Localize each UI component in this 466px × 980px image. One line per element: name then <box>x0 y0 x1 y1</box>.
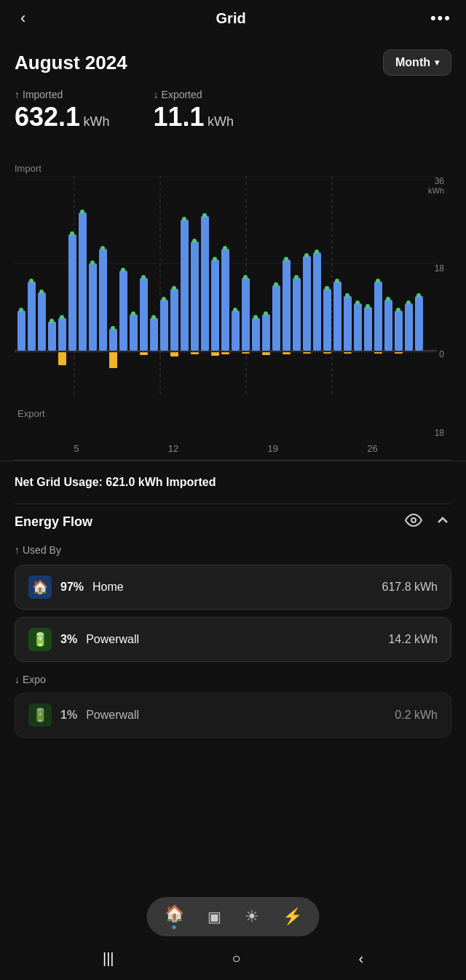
chart-export-label: Export <box>17 408 45 419</box>
visibility-toggle-button[interactable] <box>405 511 422 533</box>
svg-point-51 <box>233 308 237 312</box>
svg-point-75 <box>355 300 360 305</box>
exported-stat: ↓ Exported 11.1 kWh <box>154 89 234 132</box>
svg-point-53 <box>243 275 248 279</box>
y-label-18-export: 18 <box>435 428 444 438</box>
imported-label: Imported <box>23 89 63 100</box>
svg-point-9 <box>19 308 23 312</box>
svg-rect-78 <box>374 282 382 351</box>
nav-item-powerwall[interactable]: ▣ <box>208 908 221 925</box>
svg-point-21 <box>80 210 84 214</box>
powerwall-percent: 3% <box>60 633 77 646</box>
home-flow-card: 🏠 97% Home 617.8 kWh <box>15 565 451 610</box>
chart-import-label: Import <box>15 163 42 174</box>
svg-point-81 <box>386 297 390 301</box>
svg-point-29 <box>121 268 125 272</box>
svg-point-39 <box>172 286 176 290</box>
svg-rect-16 <box>58 318 66 351</box>
powerwall-export-card-left: 🔋 1% Powerwall <box>28 704 139 727</box>
svg-rect-52 <box>242 278 250 351</box>
svg-rect-90 <box>109 352 117 368</box>
bottom-nav: 🏠 ▣ ☀ ⚡ <box>147 897 320 936</box>
svg-rect-24 <box>99 249 107 351</box>
powerwall-export-value: 0.2 kWh <box>395 709 438 722</box>
svg-point-41 <box>182 217 186 221</box>
nav-item-grid[interactable]: ⚡ <box>283 907 302 926</box>
svg-rect-86 <box>415 296 423 351</box>
nav-item-solar[interactable]: ☀ <box>245 907 259 926</box>
powerwall-icon: 🔋 <box>28 628 52 651</box>
nav-item-home[interactable]: 🏠 <box>165 904 184 929</box>
svg-point-17 <box>60 315 64 319</box>
collapse-button[interactable] <box>434 511 451 533</box>
svg-rect-64 <box>303 256 311 351</box>
svg-rect-38 <box>170 289 178 351</box>
period-selector[interactable]: Month ▾ <box>383 49 451 76</box>
svg-point-45 <box>202 213 207 218</box>
svg-rect-76 <box>364 307 372 351</box>
svg-rect-70 <box>333 282 341 351</box>
svg-rect-36 <box>160 300 168 351</box>
energy-flow-section: Energy Flow ↑ Used By 🏠 97% Home 617.8 <box>0 504 466 738</box>
svg-rect-92 <box>170 352 178 356</box>
svg-point-65 <box>304 253 309 258</box>
page-title: Grid <box>216 10 246 27</box>
arrow-up-icon: ↑ <box>15 89 20 100</box>
powerwall-label: Powerwall <box>86 633 139 646</box>
svg-rect-91 <box>140 352 148 355</box>
svg-point-105 <box>411 518 416 522</box>
x-label-5: 5 <box>74 443 79 454</box>
svg-rect-30 <box>130 314 138 351</box>
y-label-18-top: 18 <box>435 263 444 274</box>
svg-rect-10 <box>28 282 36 351</box>
more-menu-button[interactable]: ••• <box>430 9 451 28</box>
svg-rect-98 <box>283 352 291 354</box>
export-text: Expo <box>23 674 46 685</box>
svg-point-85 <box>406 300 411 305</box>
svg-point-47 <box>213 257 217 261</box>
imported-value: 632.1 <box>15 102 80 132</box>
svg-rect-48 <box>221 249 229 351</box>
svg-point-71 <box>335 279 339 283</box>
svg-point-59 <box>274 282 278 287</box>
svg-rect-12 <box>38 292 46 351</box>
svg-point-33 <box>141 275 146 279</box>
back-button[interactable]: ‹ <box>15 6 31 31</box>
powerwall-export-label: Powerwall <box>86 709 139 722</box>
home-percent: 97% <box>60 581 84 594</box>
back-system-button[interactable]: ‹ <box>358 950 363 967</box>
powerwall-flow-card: 🔋 3% Powerwall 14.2 kWh <box>15 617 451 662</box>
svg-point-15 <box>50 319 54 323</box>
y-label-36: 36 <box>428 176 444 186</box>
exported-value: 11.1 <box>154 102 205 132</box>
grid-nav-icon: ⚡ <box>283 907 302 926</box>
svg-rect-50 <box>232 311 240 351</box>
x-label-12: 12 <box>168 443 178 454</box>
solar-nav-icon: ☀ <box>245 907 259 926</box>
svg-rect-84 <box>405 303 413 351</box>
svg-point-73 <box>345 293 350 298</box>
svg-point-77 <box>366 304 370 308</box>
svg-point-37 <box>162 297 166 301</box>
powerwall-export-card: 🔋 1% Powerwall 0.2 kWh <box>15 693 451 738</box>
net-grid-section: Net Grid Usage: 621.0 kWh Imported <box>0 461 466 503</box>
svg-rect-68 <box>323 289 331 351</box>
exported-label: Exported <box>162 89 202 100</box>
period-label: Month <box>395 56 430 69</box>
svg-rect-95 <box>221 352 229 354</box>
exported-unit: kWh <box>208 114 234 129</box>
svg-rect-8 <box>17 311 25 351</box>
used-by-text: Used By <box>23 544 61 556</box>
energy-flow-controls <box>405 511 451 533</box>
svg-rect-32 <box>140 278 148 351</box>
chart-container: Import <box>0 147 466 460</box>
svg-rect-58 <box>272 285 280 351</box>
svg-rect-62 <box>293 278 301 351</box>
svg-point-27 <box>111 326 115 330</box>
svg-rect-22 <box>89 263 97 351</box>
svg-point-11 <box>29 279 33 283</box>
x-label-26: 26 <box>367 443 377 454</box>
home-system-button[interactable]: ○ <box>232 950 240 967</box>
svg-rect-56 <box>262 314 270 351</box>
recent-apps-button[interactable]: ||| <box>103 950 114 967</box>
